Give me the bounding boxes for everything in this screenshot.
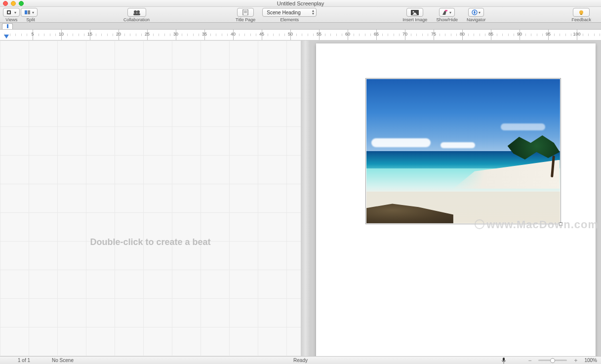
showhide-button[interactable]: ▾ [439, 8, 455, 17]
ruler-minor-tick [394, 34, 394, 36]
ruler-number: 5 [31, 32, 34, 37]
svg-point-18 [579, 10, 583, 14]
navigator-label: Navigator [467, 17, 486, 22]
ruler-minor-tick [73, 34, 73, 36]
ruler-minor-tick [565, 34, 566, 36]
ruler-minor-tick [39, 34, 39, 36]
image-resize-handle[interactable] [559, 222, 562, 226]
ruler-number: 40 [231, 32, 236, 37]
ruler-number: 30 [173, 32, 178, 37]
split-gutter[interactable] [301, 40, 310, 356]
ruler-minor-tick [250, 34, 251, 36]
page-tab-1[interactable] [2, 23, 13, 29]
ruler-minor-tick [594, 34, 595, 36]
ruler-minor-tick [502, 34, 503, 36]
window-title: Untitled Screenplay [0, 0, 601, 6]
svg-rect-2 [25, 10, 27, 14]
ruler-minor-tick [474, 34, 474, 36]
ruler-minor-tick [468, 34, 469, 36]
ruler-minor-tick [164, 34, 165, 36]
night-mode-icon[interactable] [514, 357, 521, 364]
ruler-minor-tick [44, 34, 44, 36]
ruler-minor-tick [96, 34, 96, 36]
inserted-image[interactable] [365, 78, 561, 224]
ruler-minor-tick [422, 34, 423, 36]
chevron-down-icon: ▾ [32, 10, 34, 15]
elements-group: Scene Heading ▴▾ Elements [262, 8, 317, 22]
svg-rect-6 [133, 13, 140, 15]
ruler-minor-tick [10, 34, 10, 36]
titlepage-label: Title Page [236, 17, 255, 22]
zoom-out-button[interactable]: − [528, 357, 531, 364]
insert-image-button[interactable] [406, 8, 423, 17]
navigator-group: ▾ Navigator [467, 8, 486, 22]
titlepage-button[interactable] [237, 8, 254, 17]
ruler-minor-tick [342, 34, 342, 36]
svg-marker-14 [442, 11, 446, 15]
ruler[interactable]: 5101520253035404550556065707580859095100… [0, 30, 601, 40]
svg-rect-3 [28, 10, 30, 14]
ruler-minor-tick [508, 34, 509, 36]
ruler-minor-tick [27, 34, 27, 36]
svg-rect-15 [445, 10, 447, 11]
elements-selected: Scene Heading [267, 10, 300, 15]
split-icon [24, 10, 31, 15]
ruler-minor-tick [107, 34, 108, 36]
ruler-minor-tick [50, 34, 50, 36]
script-panel[interactable]: www.MacDown.com [310, 40, 601, 356]
ruler-minor-tick [445, 34, 445, 36]
zoom-in-button[interactable]: + [574, 357, 577, 364]
bulb-icon [578, 10, 585, 15]
ruler-number: 60 [345, 32, 350, 37]
zoom-value: 100% [584, 358, 597, 363]
ruler-minor-tick [113, 34, 113, 36]
status-bar: 1 of 1 No Scene Ready − + 100% [0, 356, 601, 364]
collaboration-button[interactable] [127, 8, 146, 17]
views-button[interactable]: ▾ [3, 8, 20, 17]
zoom-slider[interactable] [538, 360, 567, 361]
ruler-number: 35 [202, 32, 207, 37]
ruler-minor-tick [542, 34, 543, 36]
microphone-icon[interactable] [500, 357, 507, 364]
ruler-number: 90 [517, 32, 522, 37]
toolbar: ▾ ▾ Views Split Collaboration Title Page… [0, 7, 601, 23]
feedback-button[interactable] [573, 8, 590, 17]
beach-photo [366, 79, 560, 223]
views-label: Views [5, 17, 17, 22]
split-button[interactable]: ▾ [21, 8, 38, 17]
ruler-minor-tick [388, 34, 388, 36]
ruler-minor-tick [308, 34, 308, 36]
ruler-minor-tick [227, 34, 228, 36]
ruler-indent-marker[interactable] [4, 35, 9, 39]
ruler-minor-tick [554, 34, 555, 36]
ruler-minor-tick [244, 34, 245, 36]
ruler-minor-tick [21, 34, 22, 36]
ruler-minor-tick [416, 34, 417, 36]
ruler-minor-tick [497, 34, 497, 36]
ruler-minor-tick [313, 34, 314, 36]
beat-board-panel[interactable]: Double-click to create a beat [0, 40, 301, 356]
navigator-button[interactable]: ▾ [468, 8, 484, 17]
ruler-minor-tick [256, 34, 256, 36]
ruler-minor-tick [4, 34, 4, 36]
ruler-minor-tick [153, 34, 154, 36]
elements-dropdown[interactable]: Scene Heading ▴▾ [262, 8, 317, 17]
insert-image-label: Insert Image [402, 17, 427, 22]
ruler-number: 85 [488, 32, 493, 37]
beat-grid [0, 40, 301, 356]
svg-marker-17 [474, 10, 476, 14]
ruler-minor-tick [359, 34, 360, 36]
ruler-minor-tick [531, 34, 531, 36]
beat-board-hint: Double-click to create a beat [0, 237, 301, 247]
ruler-minor-tick [193, 34, 194, 36]
highlighter-icon [442, 10, 448, 15]
svg-rect-1 [8, 11, 10, 13]
ruler-minor-tick [268, 34, 268, 36]
people-icon [132, 10, 141, 15]
ruler-minor-tick [456, 34, 457, 36]
svg-point-5 [137, 10, 140, 13]
ruler-minor-tick [182, 34, 182, 36]
script-page[interactable] [316, 43, 596, 356]
ruler-minor-tick [537, 34, 537, 36]
ruler-minor-tick [296, 34, 297, 36]
